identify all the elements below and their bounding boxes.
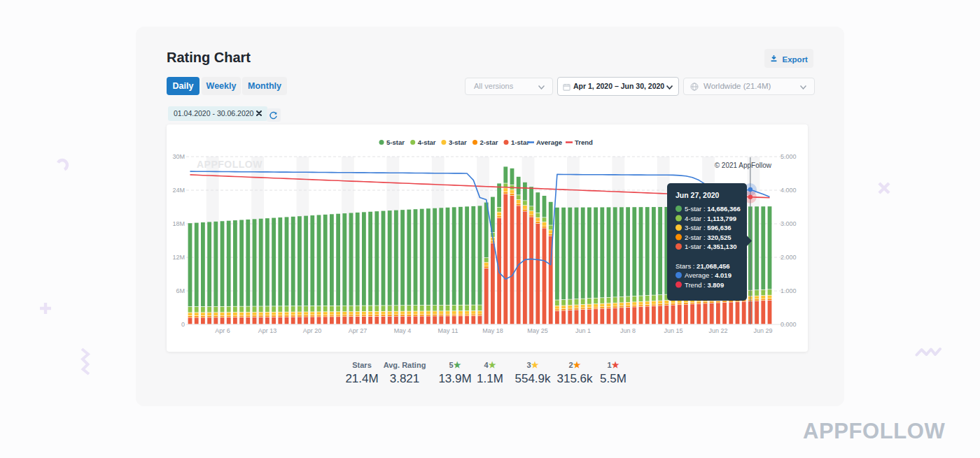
svg-text:Apr 13: Apr 13 <box>258 327 277 334</box>
svg-text:Average : 4.019: Average : 4.019 <box>685 271 732 279</box>
svg-text:Jun 8: Jun 8 <box>620 327 636 334</box>
svg-text:May 4: May 4 <box>394 327 412 334</box>
svg-text:0.000: 0.000 <box>780 321 797 328</box>
svg-text:1-star: 1-star <box>511 138 529 146</box>
svg-text:1.000: 1.000 <box>780 287 797 294</box>
svg-text:© 2021 AppFollow: © 2021 AppFollow <box>715 162 772 169</box>
svg-text:0: 0 <box>181 321 185 328</box>
svg-text:4.000: 4.000 <box>780 187 797 194</box>
svg-text:Trend : 3.809: Trend : 3.809 <box>685 281 724 289</box>
svg-text:Jun 29: Jun 29 <box>753 327 772 334</box>
svg-text:May 25: May 25 <box>527 327 548 334</box>
svg-text:Jun 27, 2020: Jun 27, 2020 <box>676 191 720 199</box>
svg-text:12M: 12M <box>172 254 185 261</box>
svg-text:1-star : 4,351,130: 1-star : 4,351,130 <box>685 243 736 250</box>
svg-text:4-star : 1,113,799: 4-star : 1,113,799 <box>685 215 736 222</box>
svg-text:2-star : 320,525: 2-star : 320,525 <box>685 234 732 241</box>
svg-text:Average: Average <box>536 138 562 146</box>
svg-text:Jun 22: Jun 22 <box>708 327 727 334</box>
svg-text:3.000: 3.000 <box>780 220 797 227</box>
svg-text:3-star: 3-star <box>449 138 467 146</box>
svg-text:Jun 15: Jun 15 <box>664 327 682 334</box>
svg-text:30M: 30M <box>172 153 185 160</box>
svg-text:2.000: 2.000 <box>780 254 797 261</box>
svg-text:May 18: May 18 <box>482 327 503 334</box>
svg-text:3-star : 596,636: 3-star : 596,636 <box>685 224 732 231</box>
svg-text:4-star: 4-star <box>418 138 436 146</box>
svg-text:18M: 18M <box>172 220 185 227</box>
svg-text:6M: 6M <box>176 287 185 294</box>
svg-text:5-star : 14,686,366: 5-star : 14,686,366 <box>685 205 741 213</box>
svg-text:APPFOLLOW: APPFOLLOW <box>197 159 262 170</box>
svg-text:24M: 24M <box>172 187 185 194</box>
svg-text:Jun 1: Jun 1 <box>575 327 591 334</box>
svg-text:Apr 20: Apr 20 <box>303 327 322 334</box>
svg-text:2-star: 2-star <box>480 138 498 146</box>
svg-text:5-star: 5-star <box>386 138 405 146</box>
svg-text:5.000: 5.000 <box>780 153 797 160</box>
svg-text:Stars : 21,068,456: Stars : 21,068,456 <box>676 262 730 270</box>
svg-text:May 11: May 11 <box>438 327 458 334</box>
svg-text:Apr 27: Apr 27 <box>349 327 368 334</box>
svg-text:Apr 6: Apr 6 <box>215 327 230 334</box>
svg-text:Trend: Trend <box>575 138 593 146</box>
